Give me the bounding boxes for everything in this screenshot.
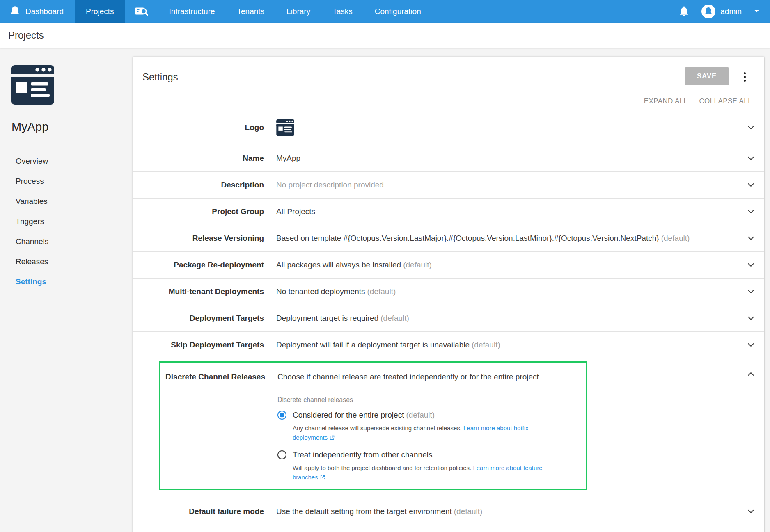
user-avatar bbox=[701, 5, 715, 18]
save-button[interactable]: SAVE bbox=[685, 67, 729, 85]
project-name: MyApp bbox=[11, 120, 133, 134]
settings-row-deployment-targets[interactable]: Deployment Targets Deployment target is … bbox=[133, 305, 764, 332]
overflow-menu-icon[interactable] bbox=[738, 69, 751, 84]
octopus-logo-icon bbox=[10, 6, 20, 17]
project-search-icon bbox=[134, 6, 149, 17]
settings-row-description[interactable]: Description No project description provi… bbox=[133, 172, 764, 199]
nav-item-label: Configuration bbox=[375, 7, 421, 16]
app-window: Dashboard Projects Infrastructure Tenant… bbox=[0, 0, 770, 532]
nav-item-dashboard[interactable]: Dashboard bbox=[0, 0, 75, 23]
settings-row-discrete-channel-releases[interactable]: Discrete Channel Releases Choose if chan… bbox=[133, 358, 764, 498]
breadcrumb-bar: Projects bbox=[0, 23, 770, 48]
external-link-icon bbox=[320, 473, 325, 483]
settings-row-release-versioning[interactable]: Release Versioning Based on template #{O… bbox=[133, 225, 764, 252]
chevron-down-icon[interactable] bbox=[747, 125, 754, 130]
user-menu[interactable]: admin bbox=[701, 5, 742, 18]
radio-group-label: Discrete channel releases bbox=[277, 396, 565, 404]
chevron-down-icon[interactable] bbox=[747, 263, 754, 267]
settings-row-package-redeployment[interactable]: Package Re-deployment All packages will … bbox=[133, 252, 764, 279]
highlight-outline: Discrete Channel Releases Choose if chan… bbox=[159, 361, 587, 490]
nav-item-tasks[interactable]: Tasks bbox=[321, 0, 364, 23]
project-logo bbox=[11, 65, 54, 105]
nav-item-label: Projects bbox=[86, 7, 114, 16]
nav-item-label: Dashboard bbox=[25, 7, 64, 16]
sidebar-item-process[interactable]: Process bbox=[11, 171, 133, 191]
collapse-all-button[interactable]: COLLAPSE ALL bbox=[699, 97, 752, 105]
chevron-down-icon[interactable] bbox=[747, 343, 754, 347]
chevron-down-icon[interactable] bbox=[747, 290, 754, 294]
page-title: Settings bbox=[142, 71, 178, 83]
section-summary: Choose if channel release are treated in… bbox=[277, 372, 565, 381]
nav-item-label: Tenants bbox=[237, 7, 265, 16]
chevron-down-icon[interactable] bbox=[747, 316, 754, 321]
settings-card-header: Settings SAVE EXPAND ALL COLLAPSE ALL bbox=[133, 57, 764, 110]
settings-row-default-failure-mode[interactable]: Default failure mode Use the default set… bbox=[133, 498, 764, 525]
nav-right-group: admin bbox=[679, 0, 770, 23]
sidebar-item-settings[interactable]: Settings bbox=[11, 272, 133, 292]
radio-selected-icon[interactable] bbox=[277, 411, 286, 420]
nav-item-library[interactable]: Library bbox=[275, 0, 321, 23]
expand-all-button[interactable]: EXPAND ALL bbox=[644, 97, 688, 105]
notifications-bell-icon[interactable] bbox=[679, 6, 689, 17]
chevron-down-icon[interactable] bbox=[747, 236, 754, 241]
user-menu-caret-icon[interactable] bbox=[754, 9, 759, 13]
sidebar-item-releases[interactable]: Releases bbox=[11, 251, 133, 272]
sidebar-item-variables[interactable]: Variables bbox=[11, 191, 133, 211]
sidebar-item-triggers[interactable]: Triggers bbox=[11, 211, 133, 231]
settings-row-logo[interactable]: Logo bbox=[133, 110, 764, 145]
chevron-down-icon[interactable] bbox=[747, 210, 754, 214]
chevron-up-icon[interactable] bbox=[747, 372, 754, 377]
settings-row-project-group[interactable]: Project Group All Projects bbox=[133, 199, 764, 225]
radio-unselected-icon[interactable] bbox=[277, 450, 286, 459]
nav-item-infrastructure[interactable]: Infrastructure bbox=[158, 0, 226, 23]
nav-item-label: Infrastructure bbox=[169, 7, 215, 16]
chevron-down-icon[interactable] bbox=[747, 183, 754, 187]
radio-option-treat-independently[interactable]: Treat independently from other channels bbox=[277, 450, 565, 459]
settings-row-multitenant-deployments[interactable]: Multi-tenant Deployments No tenanted dep… bbox=[133, 279, 764, 305]
top-navigation: Dashboard Projects Infrastructure Tenant… bbox=[0, 0, 770, 23]
sidebar-item-channels[interactable]: Channels bbox=[11, 231, 133, 251]
sidebar-menu: Overview Process Variables Triggers Chan… bbox=[11, 151, 133, 292]
external-link-icon bbox=[329, 434, 335, 443]
username-label: admin bbox=[720, 7, 742, 16]
sidebar-item-overview[interactable]: Overview bbox=[11, 151, 133, 171]
chevron-down-icon[interactable] bbox=[747, 509, 754, 514]
nav-item-projects[interactable]: Projects bbox=[75, 0, 125, 23]
nav-item-label: Tasks bbox=[332, 7, 353, 16]
settings-card: Settings SAVE EXPAND ALL COLLAPSE ALL Lo… bbox=[133, 57, 764, 532]
project-sidebar: MyApp Overview Process Variables Trigger… bbox=[0, 48, 133, 532]
settings-row-name[interactable]: Name MyApp bbox=[133, 145, 764, 172]
nav-item-label: Library bbox=[286, 7, 310, 16]
breadcrumb: Projects bbox=[8, 30, 44, 41]
nav-item-configuration[interactable]: Configuration bbox=[364, 0, 432, 23]
settings-row-is-disabled[interactable]: Is Disabled No(default) bbox=[133, 525, 764, 532]
radio-option-entire-project[interactable]: Considered for the entire project(defaul… bbox=[277, 411, 565, 420]
project-logo-small bbox=[276, 119, 294, 136]
settings-row-skip-deployment-targets[interactable]: Skip Deployment Targets Deployment will … bbox=[133, 332, 764, 358]
chevron-down-icon[interactable] bbox=[747, 156, 754, 161]
nav-item-tenants[interactable]: Tenants bbox=[226, 0, 276, 23]
nav-project-search-button[interactable] bbox=[125, 0, 158, 23]
